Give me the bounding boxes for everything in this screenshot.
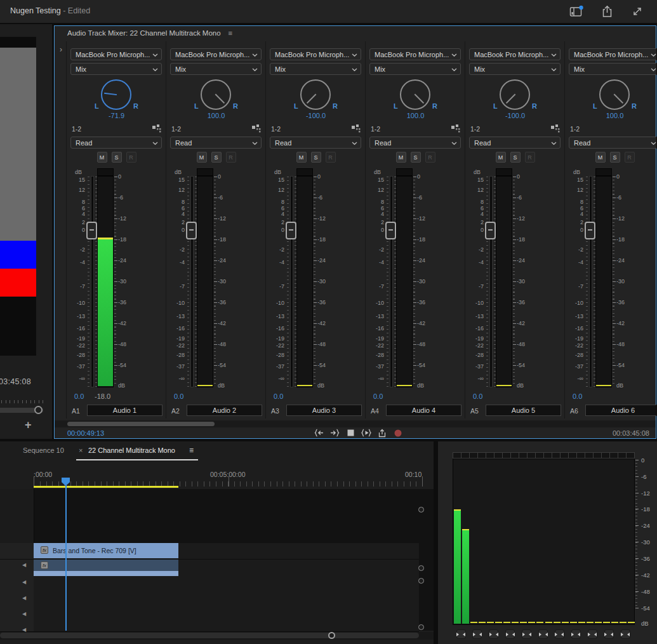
fader-value[interactable]: 0.0	[473, 392, 482, 400]
track-assign-select[interactable]: Mix	[70, 63, 162, 75]
go-to-out-button[interactable]	[329, 428, 340, 438]
pan-knob[interactable]	[101, 79, 131, 110]
video-scrollbar-cap-bottom[interactable]	[418, 565, 424, 571]
loop-button[interactable]	[377, 428, 387, 438]
volume-fader-handle[interactable]	[585, 222, 595, 239]
channel-pair-solo-button[interactable]	[604, 629, 614, 639]
pan-knob[interactable]	[400, 79, 430, 110]
track-assign-select[interactable]: Mix	[469, 63, 561, 75]
pan-knob[interactable]	[201, 79, 231, 110]
volume-fader-handle[interactable]	[485, 222, 496, 239]
input-device-select[interactable]: MacBook Pro Microph...	[70, 48, 162, 60]
fader-value[interactable]: 0.0	[573, 392, 582, 400]
automation-mode-select[interactable]: Read	[369, 137, 461, 149]
record-button[interactable]	[393, 428, 403, 438]
track-header-a5[interactable]	[0, 624, 34, 632]
track-assign-select[interactable]: Mix	[270, 63, 361, 75]
solo-button[interactable]: S	[610, 152, 620, 163]
go-to-in-button[interactable]	[314, 428, 324, 438]
volume-fader-handle[interactable]	[86, 222, 97, 239]
channel-routing-icon[interactable]	[352, 124, 361, 133]
mute-button[interactable]: M	[396, 152, 406, 163]
add-button[interactable]: +	[25, 419, 32, 432]
channel-pair-solo-button[interactable]	[555, 629, 564, 639]
pan-value[interactable]: -100.0	[266, 112, 366, 119]
track-name-field[interactable]: Audio 1	[87, 405, 163, 416]
tab-sequence-10[interactable]: Sequence 10	[23, 446, 64, 454]
channel-pair-solo-button[interactable]	[456, 629, 466, 639]
fader-value[interactable]: 0.0	[74, 392, 84, 400]
audio-scrollbar-cap-top[interactable]	[418, 578, 424, 584]
track-name-field[interactable]: Audio 4	[386, 405, 461, 416]
fader-value[interactable]: 0.0	[174, 392, 183, 400]
track-header-v1[interactable]	[0, 543, 34, 560]
work-area-bar[interactable]	[34, 486, 178, 488]
channel-pair-solo-button[interactable]	[621, 629, 630, 639]
track-assign-select[interactable]: Mix	[369, 63, 461, 75]
track-name-field[interactable]: Audio 3	[286, 405, 362, 416]
solo-button[interactable]: S	[510, 152, 521, 163]
input-device-select[interactable]: MacBook Pro Microph...	[369, 48, 461, 60]
channel-pair-solo-button[interactable]	[538, 629, 548, 639]
audio-track-icon[interactable]: ◀	[22, 579, 26, 585]
close-tab-icon[interactable]: ×	[79, 446, 83, 454]
timeline-h-scrollbar[interactable]	[0, 632, 434, 640]
pan-value[interactable]: -100.0	[465, 112, 565, 119]
solo-button[interactable]: S	[311, 152, 321, 163]
mute-button[interactable]: M	[296, 152, 307, 163]
track-header-a3[interactable]	[0, 593, 34, 609]
pan-knob[interactable]	[500, 79, 530, 110]
mute-button[interactable]: M	[97, 152, 107, 163]
track-row-a2[interactable]	[34, 577, 419, 593]
timeline-zoom-handle[interactable]	[328, 632, 335, 639]
channel-pair-solo-button[interactable]	[522, 629, 531, 639]
share-icon[interactable]	[600, 4, 614, 18]
timeline-h-scroll-thumb[interactable]	[0, 633, 419, 638]
automation-mode-select[interactable]: Read	[569, 137, 656, 149]
audio-track-icon[interactable]: ◀	[22, 611, 26, 617]
track-row-a4[interactable]	[34, 608, 419, 625]
track-name-field[interactable]: Audio 6	[585, 405, 656, 416]
expand-effects-icon[interactable]: ›	[60, 45, 62, 54]
track-assign-select[interactable]: Mix	[569, 63, 656, 75]
fader-value[interactable]: 0.0	[274, 392, 283, 400]
playhead-handle[interactable]	[62, 478, 70, 486]
record-arm-button[interactable]: R	[425, 152, 435, 163]
record-arm-button[interactable]: R	[326, 152, 336, 163]
input-device-select[interactable]: MacBook Pro Microph...	[569, 48, 656, 60]
channel-routing-icon[interactable]	[551, 124, 560, 133]
automation-mode-select[interactable]: Read	[170, 137, 262, 149]
audio-clip-bars-and-tone[interactable]: fx	[34, 560, 178, 576]
audio-track-icon[interactable]: ◀	[22, 562, 26, 568]
input-device-select[interactable]: MacBook Pro Microph...	[469, 48, 561, 60]
mute-button[interactable]: M	[595, 152, 606, 163]
track-name-field[interactable]: Audio 5	[486, 405, 561, 416]
audio-scrollbar-cap-bottom[interactable]	[418, 624, 424, 630]
tab-22-channel-multitrack[interactable]: 22 Channel Multitrack Mono	[88, 446, 175, 454]
volume-fader-handle[interactable]	[186, 222, 197, 239]
mute-button[interactable]: M	[197, 152, 207, 163]
pan-value[interactable]: 100.0	[565, 112, 656, 119]
record-arm-button[interactable]: R	[525, 152, 535, 163]
channel-pair-solo-button[interactable]	[505, 629, 515, 639]
fader-value[interactable]: 0.0	[373, 392, 383, 400]
input-device-select[interactable]: MacBook Pro Microph...	[270, 48, 361, 60]
channel-pair-solo-button[interactable]	[489, 629, 498, 639]
panel-menu-icon[interactable]: ≡	[229, 29, 233, 37]
channel-pair-solo-button[interactable]	[588, 629, 597, 639]
mixer-h-scrollbar[interactable]	[55, 420, 656, 427]
record-arm-button[interactable]: R	[226, 152, 236, 163]
volume-fader-handle[interactable]	[385, 222, 396, 239]
workspace-icon[interactable]	[569, 4, 583, 18]
pan-value[interactable]: 100.0	[366, 112, 465, 119]
timeline-panel-menu-icon[interactable]: ≡	[189, 446, 194, 455]
channel-pair-solo-button[interactable]	[571, 629, 581, 639]
automation-mode-select[interactable]: Read	[469, 137, 561, 149]
monitor-zoom-handle[interactable]	[34, 406, 43, 414]
mute-button[interactable]: M	[496, 152, 506, 163]
volume-fader-handle[interactable]	[286, 222, 296, 239]
channel-routing-icon[interactable]	[252, 124, 261, 133]
pan-knob[interactable]	[599, 79, 630, 110]
record-arm-button[interactable]: R	[126, 152, 136, 163]
automation-mode-select[interactable]: Read	[70, 137, 162, 149]
